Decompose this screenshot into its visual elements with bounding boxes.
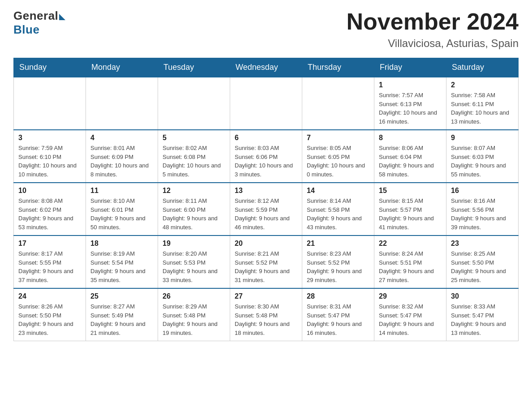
logo: General Blue <box>13 9 65 37</box>
day-info: Sunrise: 8:07 AM Sunset: 6:03 PM Dayligh… <box>451 144 514 179</box>
subtitle: Villaviciosa, Asturias, Spain <box>347 37 519 50</box>
day-number: 5 <box>163 134 225 142</box>
calendar-cell: 16Sunrise: 8:16 AM Sunset: 5:56 PM Dayli… <box>446 183 519 235</box>
day-number: 28 <box>307 292 369 300</box>
calendar-cell: 29Sunrise: 8:32 AM Sunset: 5:47 PM Dayli… <box>374 288 446 341</box>
day-info: Sunrise: 8:27 AM Sunset: 5:49 PM Dayligh… <box>90 302 153 337</box>
calendar-day-header: Tuesday <box>158 58 230 77</box>
day-number: 23 <box>451 240 514 248</box>
calendar-cell: 26Sunrise: 8:29 AM Sunset: 5:48 PM Dayli… <box>158 288 230 341</box>
day-info: Sunrise: 8:29 AM Sunset: 5:48 PM Dayligh… <box>163 302 225 337</box>
day-number: 15 <box>379 187 442 195</box>
calendar-cell: 2Sunrise: 7:58 AM Sunset: 6:11 PM Daylig… <box>446 77 519 130</box>
day-number: 11 <box>90 187 153 195</box>
day-info: Sunrise: 8:01 AM Sunset: 6:09 PM Dayligh… <box>90 144 153 179</box>
calendar-cell: 7Sunrise: 8:05 AM Sunset: 6:05 PM Daylig… <box>302 130 374 183</box>
calendar-cell: 20Sunrise: 8:21 AM Sunset: 5:52 PM Dayli… <box>230 235 302 288</box>
calendar-cell: 24Sunrise: 8:26 AM Sunset: 5:50 PM Dayli… <box>14 288 86 341</box>
calendar-day-header: Wednesday <box>230 58 302 77</box>
calendar-cell <box>86 77 158 130</box>
day-info: Sunrise: 8:15 AM Sunset: 5:57 PM Dayligh… <box>379 197 442 231</box>
calendar-cell: 25Sunrise: 8:27 AM Sunset: 5:49 PM Dayli… <box>86 288 158 341</box>
logo-general-text: General <box>13 9 58 23</box>
day-info: Sunrise: 8:10 AM Sunset: 6:01 PM Dayligh… <box>90 197 153 231</box>
calendar-day-header: Sunday <box>14 58 86 77</box>
day-number: 26 <box>163 292 225 300</box>
day-info: Sunrise: 8:17 AM Sunset: 5:55 PM Dayligh… <box>18 249 81 284</box>
logo-blue-text: Blue <box>13 23 39 37</box>
day-number: 10 <box>18 187 81 195</box>
day-info: Sunrise: 8:08 AM Sunset: 6:02 PM Dayligh… <box>18 197 81 231</box>
calendar-cell: 3Sunrise: 7:59 AM Sunset: 6:10 PM Daylig… <box>14 130 86 183</box>
calendar-cell: 6Sunrise: 8:03 AM Sunset: 6:06 PM Daylig… <box>230 130 302 183</box>
day-number: 18 <box>90 240 153 248</box>
day-number: 21 <box>307 240 369 248</box>
calendar-header-row: SundayMondayTuesdayWednesdayThursdayFrid… <box>14 58 519 77</box>
calendar-cell: 27Sunrise: 8:30 AM Sunset: 5:48 PM Dayli… <box>230 288 302 341</box>
calendar-cell <box>230 77 302 130</box>
day-number: 22 <box>379 240 442 248</box>
day-number: 14 <box>307 187 369 195</box>
day-info: Sunrise: 8:05 AM Sunset: 6:05 PM Dayligh… <box>307 144 369 179</box>
day-number: 8 <box>379 134 442 142</box>
day-info: Sunrise: 7:59 AM Sunset: 6:10 PM Dayligh… <box>18 144 81 179</box>
calendar-cell <box>14 77 86 130</box>
day-info: Sunrise: 8:02 AM Sunset: 6:08 PM Dayligh… <box>163 144 225 179</box>
day-info: Sunrise: 8:21 AM Sunset: 5:52 PM Dayligh… <box>235 249 297 284</box>
day-info: Sunrise: 8:14 AM Sunset: 5:58 PM Dayligh… <box>307 197 369 231</box>
logo-arrow-icon <box>59 14 65 20</box>
day-number: 20 <box>235 240 297 248</box>
day-info: Sunrise: 8:31 AM Sunset: 5:47 PM Dayligh… <box>307 302 369 337</box>
calendar-cell: 14Sunrise: 8:14 AM Sunset: 5:58 PM Dayli… <box>302 183 374 235</box>
calendar-cell: 22Sunrise: 8:24 AM Sunset: 5:51 PM Dayli… <box>374 235 446 288</box>
calendar-cell <box>158 77 230 130</box>
day-number: 29 <box>379 292 442 300</box>
day-number: 16 <box>451 187 514 195</box>
calendar-week-row: 24Sunrise: 8:26 AM Sunset: 5:50 PM Dayli… <box>14 288 519 341</box>
calendar-cell: 11Sunrise: 8:10 AM Sunset: 6:01 PM Dayli… <box>86 183 158 235</box>
calendar-week-row: 17Sunrise: 8:17 AM Sunset: 5:55 PM Dayli… <box>14 235 519 288</box>
calendar-cell: 23Sunrise: 8:25 AM Sunset: 5:50 PM Dayli… <box>446 235 519 288</box>
day-number: 24 <box>18 292 81 300</box>
day-info: Sunrise: 8:20 AM Sunset: 5:53 PM Dayligh… <box>163 249 225 284</box>
day-info: Sunrise: 8:16 AM Sunset: 5:56 PM Dayligh… <box>451 197 514 231</box>
calendar-day-header: Monday <box>86 58 158 77</box>
day-info: Sunrise: 8:32 AM Sunset: 5:47 PM Dayligh… <box>379 302 442 337</box>
title-area: November 2024 Villaviciosa, Asturias, Sp… <box>347 9 519 50</box>
calendar-week-row: 3Sunrise: 7:59 AM Sunset: 6:10 PM Daylig… <box>14 130 519 183</box>
day-info: Sunrise: 8:06 AM Sunset: 6:04 PM Dayligh… <box>379 144 442 179</box>
day-info: Sunrise: 8:23 AM Sunset: 5:52 PM Dayligh… <box>307 249 369 284</box>
day-info: Sunrise: 8:11 AM Sunset: 6:00 PM Dayligh… <box>163 197 225 231</box>
day-number: 2 <box>451 81 514 89</box>
calendar-cell: 19Sunrise: 8:20 AM Sunset: 5:53 PM Dayli… <box>158 235 230 288</box>
day-number: 4 <box>90 134 153 142</box>
day-number: 6 <box>235 134 297 142</box>
calendar-cell: 17Sunrise: 8:17 AM Sunset: 5:55 PM Dayli… <box>14 235 86 288</box>
calendar-day-header: Saturday <box>446 58 519 77</box>
day-info: Sunrise: 7:57 AM Sunset: 6:13 PM Dayligh… <box>379 91 442 126</box>
calendar-cell: 13Sunrise: 8:12 AM Sunset: 5:59 PM Dayli… <box>230 183 302 235</box>
day-info: Sunrise: 8:12 AM Sunset: 5:59 PM Dayligh… <box>235 197 297 231</box>
day-number: 25 <box>90 292 153 300</box>
page-header: General Blue November 2024 Villaviciosa,… <box>13 9 519 50</box>
day-number: 19 <box>163 240 225 248</box>
calendar-day-header: Friday <box>374 58 446 77</box>
calendar-week-row: 1Sunrise: 7:57 AM Sunset: 6:13 PM Daylig… <box>14 77 519 130</box>
day-number: 30 <box>451 292 514 300</box>
calendar-cell: 18Sunrise: 8:19 AM Sunset: 5:54 PM Dayli… <box>86 235 158 288</box>
day-info: Sunrise: 8:30 AM Sunset: 5:48 PM Dayligh… <box>235 302 297 337</box>
calendar-week-row: 10Sunrise: 8:08 AM Sunset: 6:02 PM Dayli… <box>14 183 519 235</box>
calendar-cell: 21Sunrise: 8:23 AM Sunset: 5:52 PM Dayli… <box>302 235 374 288</box>
calendar-cell: 15Sunrise: 8:15 AM Sunset: 5:57 PM Dayli… <box>374 183 446 235</box>
day-number: 3 <box>18 134 81 142</box>
day-info: Sunrise: 8:25 AM Sunset: 5:50 PM Dayligh… <box>451 249 514 284</box>
calendar-cell: 4Sunrise: 8:01 AM Sunset: 6:09 PM Daylig… <box>86 130 158 183</box>
calendar-cell: 1Sunrise: 7:57 AM Sunset: 6:13 PM Daylig… <box>374 77 446 130</box>
day-info: Sunrise: 8:19 AM Sunset: 5:54 PM Dayligh… <box>90 249 153 284</box>
day-number: 1 <box>379 81 442 89</box>
calendar-cell: 30Sunrise: 8:33 AM Sunset: 5:47 PM Dayli… <box>446 288 519 341</box>
day-number: 12 <box>163 187 225 195</box>
day-number: 17 <box>18 240 81 248</box>
main-title: November 2024 <box>347 9 519 34</box>
calendar-day-header: Thursday <box>302 58 374 77</box>
